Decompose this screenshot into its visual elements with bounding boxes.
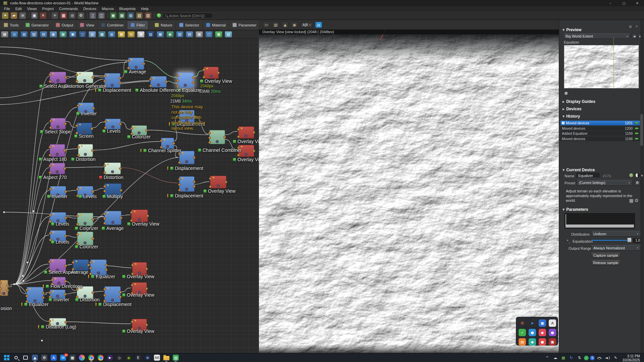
preset-gear-button[interactable]: ⚙ bbox=[634, 180, 640, 186]
node-graph-canvas[interactable]: AverageEqualizerOverlay ViewSelect Aspec… bbox=[0, 38, 259, 353]
panel-dock-icons[interactable]: ▤ ✕ bbox=[629, 25, 639, 28]
output-port-icon[interactable] bbox=[64, 76, 67, 79]
device-name-input[interactable] bbox=[577, 173, 599, 178]
tab-nature[interactable]: Nature bbox=[152, 21, 176, 29]
search-button[interactable] bbox=[12, 354, 20, 361]
tiled-build-icon[interactable]: ▦ bbox=[119, 12, 125, 19]
output-port-icon[interactable] bbox=[143, 62, 145, 65]
release-sample-button[interactable]: Release sample bbox=[591, 260, 621, 265]
output-port-icon[interactable] bbox=[87, 264, 90, 266]
output-port-icon[interactable] bbox=[64, 235, 67, 237]
graph-node-distortion[interactable] bbox=[78, 144, 93, 157]
output-port-icon[interactable] bbox=[105, 268, 108, 271]
build-region-icon[interactable]: ▦ bbox=[60, 12, 67, 19]
panel-scrollbar-thumb[interactable] bbox=[640, 114, 643, 146]
input-port-icon[interactable] bbox=[48, 260, 51, 263]
output-range-select[interactable]: Always Normalized ▾ bbox=[591, 245, 641, 251]
output-port-icon[interactable] bbox=[119, 167, 122, 170]
input-port-icon[interactable] bbox=[49, 120, 52, 122]
input-port-icon[interactable] bbox=[103, 171, 106, 174]
palette-device-icon-3[interactable]: ▧ bbox=[20, 31, 28, 38]
output-port-icon[interactable] bbox=[92, 190, 94, 193]
nvidia-app[interactable]: ◉ bbox=[125, 354, 133, 361]
history-row-moved-devices-1200[interactable]: Moved devices1200 bbox=[560, 126, 640, 131]
output-port-icon[interactable] bbox=[92, 107, 95, 110]
graph-node-select-aspect[interactable] bbox=[50, 72, 66, 83]
terrain-overlay-icon[interactable]: ▲ bbox=[282, 22, 288, 28]
tab-tools[interactable]: Tools bbox=[1, 21, 22, 29]
input-port-icon[interactable] bbox=[76, 215, 79, 217]
preview-thumbnail[interactable] bbox=[564, 45, 639, 88]
input-port-icon[interactable] bbox=[237, 128, 240, 131]
graph-node-equalizer[interactable] bbox=[90, 259, 107, 276]
purple-app-icon[interactable]: ● bbox=[549, 329, 556, 336]
menu-edit[interactable]: Edit bbox=[13, 6, 24, 11]
menu-views[interactable]: Views bbox=[24, 6, 40, 11]
input-port-icon[interactable] bbox=[103, 190, 106, 192]
input-port-icon[interactable] bbox=[77, 104, 79, 107]
palette-device-icon-9[interactable]: ◫ bbox=[79, 31, 86, 38]
input-port-icon[interactable] bbox=[149, 78, 152, 80]
calculator-app[interactable]: ▦ bbox=[68, 354, 76, 361]
graph-node-levels[interactable] bbox=[105, 119, 121, 129]
display-guides-section-header[interactable]: ▶ Display Guides bbox=[562, 99, 595, 104]
palette-device-icon-24[interactable]: ▧ bbox=[225, 31, 232, 38]
palette-device-icon-21[interactable]: ▦ bbox=[196, 31, 203, 38]
output-port-icon[interactable] bbox=[192, 76, 195, 79]
start-button[interactable] bbox=[3, 354, 11, 361]
device-world-icon[interactable] bbox=[629, 173, 634, 178]
input-port-icon[interactable] bbox=[237, 154, 240, 157]
input-port-icon[interactable] bbox=[178, 183, 181, 186]
palette-device-icon-12[interactable]: ◍ bbox=[108, 31, 115, 38]
input-port-icon[interactable] bbox=[127, 59, 130, 62]
tab-combiner[interactable]: Combiner bbox=[98, 21, 127, 29]
palette-device-icon-23[interactable]: ▣ bbox=[215, 31, 222, 38]
input-port-icon[interactable] bbox=[103, 222, 106, 225]
output-port-icon[interactable] bbox=[119, 291, 122, 294]
chrome-browser[interactable] bbox=[87, 354, 95, 361]
visibility-icon[interactable]: ◉ bbox=[291, 22, 298, 28]
image-editor-app[interactable]: ▨ bbox=[172, 354, 180, 361]
output-port-icon[interactable] bbox=[172, 142, 175, 145]
red-app-icon[interactable]: ● bbox=[539, 338, 546, 346]
graph-node-colorizer[interactable] bbox=[77, 232, 93, 245]
palette-device-icon-13[interactable]: ▦ bbox=[118, 31, 125, 38]
output-port-icon[interactable] bbox=[145, 267, 148, 270]
graph-node-absolute-difference[interactable] bbox=[150, 76, 167, 87]
save-icon[interactable]: ▣ bbox=[31, 12, 38, 19]
device-select-icon[interactable]: ▭ bbox=[263, 22, 270, 28]
tab-output[interactable]: Output bbox=[53, 21, 77, 29]
menu-blueprints[interactable]: Blueprints bbox=[117, 6, 139, 11]
terrain-render[interactable] bbox=[259, 35, 559, 353]
unity-app[interactable]: ◇ bbox=[115, 354, 123, 361]
output-port-icon[interactable] bbox=[42, 296, 45, 299]
output-port-icon[interactable] bbox=[119, 77, 121, 79]
recent-files-icon[interactable]: ≡ bbox=[19, 12, 26, 19]
input-port-icon[interactable] bbox=[103, 213, 106, 215]
preview-extent-select[interactable]: Big World Extent ▾ bbox=[563, 34, 630, 39]
output-port-icon[interactable] bbox=[92, 76, 94, 79]
input-port-icon[interactable] bbox=[203, 68, 205, 71]
input-port-icon[interactable] bbox=[0, 293, 2, 296]
green-app-icon[interactable]: ✓ bbox=[519, 329, 526, 336]
blue-app-icon[interactable]: ▣ bbox=[539, 319, 546, 327]
graph-node-screen[interactable] bbox=[76, 123, 92, 135]
pen-icon[interactable]: ✎ bbox=[612, 355, 619, 361]
output-port-icon[interactable] bbox=[42, 292, 45, 294]
input-port-icon[interactable] bbox=[131, 264, 134, 266]
bird-app-icon[interactable]: ➤ bbox=[529, 319, 536, 327]
output-port-icon[interactable] bbox=[193, 180, 196, 183]
graph-node-displacement[interactable] bbox=[104, 73, 120, 88]
graph-node-displacement[interactable] bbox=[179, 176, 195, 192]
red-diamond-app-icon[interactable]: ◆ bbox=[539, 329, 546, 336]
input-port-icon[interactable] bbox=[0, 287, 2, 290]
tab-generator[interactable]: Generator bbox=[22, 21, 52, 29]
input-port-icon[interactable] bbox=[49, 214, 52, 217]
output-port-icon[interactable] bbox=[120, 217, 122, 219]
input-port-icon[interactable] bbox=[103, 288, 106, 291]
tray-chevron-icon[interactable]: ^ bbox=[544, 355, 550, 361]
input-port-icon[interactable] bbox=[104, 120, 107, 123]
output-port-icon[interactable] bbox=[64, 321, 67, 323]
input-port-icon[interactable] bbox=[176, 74, 179, 77]
graph-node-overlay-view[interactable] bbox=[210, 176, 226, 188]
